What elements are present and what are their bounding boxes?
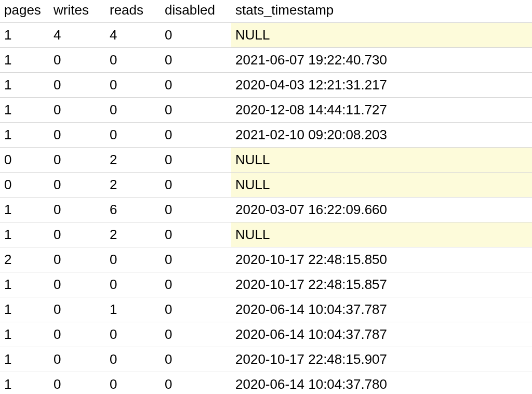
cell-disabled[interactable]: 0 — [161, 347, 231, 372]
cell-stats_timestamp[interactable]: 2020-10-17 22:48:15.857 — [231, 272, 532, 297]
cell-pages[interactable]: 1 — [0, 123, 49, 148]
cell-writes[interactable]: 0 — [49, 73, 105, 98]
cell-writes[interactable]: 0 — [49, 123, 105, 148]
cell-reads[interactable]: 2 — [105, 148, 161, 173]
cell-stats_timestamp[interactable]: 2020-06-14 10:04:37.787 — [231, 322, 532, 347]
cell-pages[interactable]: 1 — [0, 297, 49, 322]
cell-reads[interactable]: 0 — [105, 98, 161, 123]
table-row[interactable]: 10002020-06-14 10:04:37.787 — [0, 322, 532, 347]
cell-reads[interactable]: 4 — [105, 23, 161, 48]
cell-writes[interactable]: 0 — [49, 372, 105, 395]
table-row[interactable]: 10002020-10-17 22:48:15.857 — [0, 272, 532, 297]
cell-pages[interactable]: 1 — [0, 73, 49, 98]
table-row[interactable]: 20002020-10-17 22:48:15.850 — [0, 247, 532, 272]
cell-pages[interactable]: 1 — [0, 322, 49, 347]
cell-stats_timestamp[interactable]: 2020-12-08 14:44:11.727 — [231, 98, 532, 123]
table-row[interactable]: 10002021-02-10 09:20:08.203 — [0, 123, 532, 148]
cell-disabled[interactable]: 0 — [161, 148, 231, 173]
cell-writes[interactable]: 4 — [49, 23, 105, 48]
cell-writes[interactable]: 0 — [49, 98, 105, 123]
cell-disabled[interactable]: 0 — [161, 297, 231, 322]
col-header-writes[interactable]: writes — [49, 0, 105, 23]
col-header-stats-timestamp[interactable]: stats_timestamp — [231, 0, 532, 23]
cell-writes[interactable]: 0 — [49, 297, 105, 322]
cell-disabled[interactable]: 0 — [161, 222, 231, 247]
cell-pages[interactable]: 1 — [0, 98, 49, 123]
cell-pages[interactable]: 0 — [0, 173, 49, 198]
cell-writes[interactable]: 0 — [49, 48, 105, 73]
table-row[interactable]: 10002020-04-03 12:21:31.217 — [0, 73, 532, 98]
cell-stats_timestamp[interactable]: NULL — [231, 148, 532, 173]
cell-writes[interactable]: 0 — [49, 173, 105, 198]
col-header-pages[interactable]: pages — [0, 0, 49, 23]
cell-pages[interactable]: 1 — [0, 198, 49, 222]
cell-reads[interactable]: 1 — [105, 297, 161, 322]
cell-stats_timestamp[interactable]: 2020-10-17 22:48:15.850 — [231, 247, 532, 272]
cell-stats_timestamp[interactable]: 2020-03-07 16:22:09.660 — [231, 198, 532, 222]
cell-disabled[interactable]: 0 — [161, 173, 231, 198]
cell-disabled[interactable]: 0 — [161, 123, 231, 148]
cell-disabled[interactable]: 0 — [161, 198, 231, 222]
cell-writes[interactable]: 0 — [49, 247, 105, 272]
cell-pages[interactable]: 1 — [0, 272, 49, 297]
cell-reads[interactable]: 6 — [105, 198, 161, 222]
cell-reads[interactable]: 0 — [105, 73, 161, 98]
cell-disabled[interactable]: 0 — [161, 23, 231, 48]
table-row[interactable]: 0020NULL — [0, 148, 532, 173]
cell-writes[interactable]: 0 — [49, 322, 105, 347]
cell-disabled[interactable]: 0 — [161, 372, 231, 395]
col-header-reads[interactable]: reads — [105, 0, 161, 23]
cell-pages[interactable]: 1 — [0, 372, 49, 395]
table-row[interactable]: 1440NULL — [0, 23, 532, 48]
cell-reads[interactable]: 0 — [105, 123, 161, 148]
table-row[interactable]: 10002020-06-14 10:04:37.780 — [0, 372, 532, 395]
cell-disabled[interactable]: 0 — [161, 272, 231, 297]
cell-writes[interactable]: 0 — [49, 148, 105, 173]
cell-writes[interactable]: 0 — [49, 272, 105, 297]
table-row[interactable]: 1020NULL — [0, 222, 532, 247]
table-body: 1440NULL10002021-06-07 19:22:40.73010002… — [0, 23, 532, 395]
cell-writes[interactable]: 0 — [49, 347, 105, 372]
cell-pages[interactable]: 1 — [0, 347, 49, 372]
cell-reads[interactable]: 2 — [105, 222, 161, 247]
table-row[interactable]: 10102020-06-14 10:04:37.787 — [0, 297, 532, 322]
table-row[interactable]: 10002020-10-17 22:48:15.907 — [0, 347, 532, 372]
cell-disabled[interactable]: 0 — [161, 98, 231, 123]
cell-stats_timestamp[interactable]: 2021-06-07 19:22:40.730 — [231, 48, 532, 73]
table-row[interactable]: 10602020-03-07 16:22:09.660 — [0, 198, 532, 222]
cell-stats_timestamp[interactable]: 2021-02-10 09:20:08.203 — [231, 123, 532, 148]
cell-reads[interactable]: 0 — [105, 372, 161, 395]
cell-reads[interactable]: 2 — [105, 173, 161, 198]
cell-writes[interactable]: 0 — [49, 198, 105, 222]
cell-stats_timestamp[interactable]: NULL — [231, 173, 532, 198]
cell-stats_timestamp[interactable]: NULL — [231, 23, 532, 48]
table-row[interactable]: 10002020-12-08 14:44:11.727 — [0, 98, 532, 123]
results-table[interactable]: pages writes reads disabled stats_timest… — [0, 0, 532, 394]
cell-reads[interactable]: 0 — [105, 247, 161, 272]
cell-pages[interactable]: 0 — [0, 148, 49, 173]
cell-pages[interactable]: 2 — [0, 247, 49, 272]
cell-disabled[interactable]: 0 — [161, 48, 231, 73]
table-row[interactable]: 10002021-06-07 19:22:40.730 — [0, 48, 532, 73]
cell-reads[interactable]: 0 — [105, 272, 161, 297]
cell-disabled[interactable]: 0 — [161, 247, 231, 272]
cell-pages[interactable]: 1 — [0, 222, 49, 247]
cell-stats_timestamp[interactable]: 2020-10-17 22:48:15.907 — [231, 347, 532, 372]
cell-pages[interactable]: 1 — [0, 23, 49, 48]
col-header-disabled[interactable]: disabled — [161, 0, 231, 23]
cell-pages[interactable]: 1 — [0, 48, 49, 73]
cell-reads[interactable]: 0 — [105, 48, 161, 73]
cell-reads[interactable]: 0 — [105, 347, 161, 372]
cell-disabled[interactable]: 0 — [161, 73, 231, 98]
cell-disabled[interactable]: 0 — [161, 322, 231, 347]
cell-stats_timestamp[interactable]: 2020-04-03 12:21:31.217 — [231, 73, 532, 98]
cell-stats_timestamp[interactable]: NULL — [231, 222, 532, 247]
cell-stats_timestamp[interactable]: 2020-06-14 10:04:37.780 — [231, 372, 532, 395]
table-header-row: pages writes reads disabled stats_timest… — [0, 0, 532, 23]
table-row[interactable]: 0020NULL — [0, 173, 532, 198]
cell-writes[interactable]: 0 — [49, 222, 105, 247]
cell-stats_timestamp[interactable]: 2020-06-14 10:04:37.787 — [231, 297, 532, 322]
cell-reads[interactable]: 0 — [105, 322, 161, 347]
